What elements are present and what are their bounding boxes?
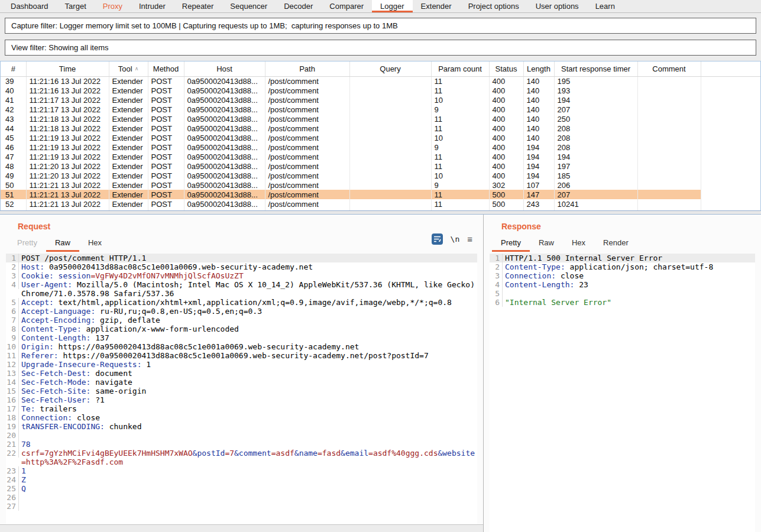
log-cell: 42 bbox=[1, 105, 26, 114]
menu-item-logger[interactable]: Logger bbox=[372, 0, 412, 12]
log-cell: 500 bbox=[489, 199, 523, 209]
word-wrap-icon[interactable] bbox=[432, 233, 443, 245]
request-line-content: Z bbox=[19, 475, 477, 484]
menu-item-repeater[interactable]: Repeater bbox=[174, 0, 222, 12]
column-header-query[interactable]: Query bbox=[349, 61, 431, 76]
log-cell: 140 bbox=[523, 124, 554, 133]
log-cell bbox=[701, 105, 760, 114]
request-line-1: 1POST /post/comment HTTP/1.1 bbox=[6, 254, 477, 262]
logger-table: #TimeTool∧MethodHostPathQueryParam count… bbox=[1, 61, 761, 211]
log-cell: 400 bbox=[489, 86, 523, 95]
log-row-42[interactable]: 4211:21:17 13 Jul 2022ExtenderPOST0a9500… bbox=[1, 105, 760, 114]
log-cell: 0a9500020413d88... bbox=[184, 152, 265, 161]
column-header-blank[interactable]: # bbox=[1, 61, 26, 76]
column-header-method[interactable]: Method bbox=[148, 61, 184, 76]
log-cell: 0a9500020413d88... bbox=[184, 86, 265, 95]
menu-item-dashboard[interactable]: Dashboard bbox=[2, 0, 57, 12]
request-line-9: 9Content-Length: 137 bbox=[6, 333, 477, 342]
log-row-47[interactable]: 4711:21:19 13 Jul 2022ExtenderPOST0a9500… bbox=[1, 152, 760, 161]
log-cell: /post/comment bbox=[265, 199, 349, 209]
log-row-39[interactable]: 3911:21:16 13 Jul 2022ExtenderPOST0a9500… bbox=[1, 76, 760, 86]
request-line-content: Sec-Fetch-Mode: navigate bbox=[19, 378, 477, 387]
log-row-49[interactable]: 4911:21:20 13 Jul 2022ExtenderPOST0a9500… bbox=[1, 171, 760, 180]
log-cell: 197 bbox=[554, 161, 637, 171]
request-line-content: Cookie: session=VgFWy4D2vMfON7vMNMhjQlSc… bbox=[19, 271, 477, 280]
menu-item-decoder[interactable]: Decoder bbox=[276, 0, 321, 12]
capture-filter-bar[interactable]: Capture filter: Logger memory limit set … bbox=[5, 18, 756, 34]
log-cell: 11:21:16 13 Jul 2022 bbox=[26, 86, 109, 95]
line-number: 22 bbox=[6, 449, 19, 458]
log-cell: 0a9500020413d88... bbox=[184, 161, 265, 171]
log-cell: POST bbox=[148, 199, 184, 209]
column-header-status[interactable]: Status bbox=[489, 61, 523, 76]
log-cell bbox=[701, 161, 760, 171]
menu-item-learn[interactable]: Learn bbox=[587, 0, 623, 12]
request-editor-scrollbar[interactable] bbox=[0, 524, 483, 532]
request-line-6: 6Accept-Language: ru-RU,ru;q=0.8,en-US;q… bbox=[6, 307, 477, 316]
log-cell bbox=[349, 105, 431, 114]
menu-icon[interactable]: ≡ bbox=[467, 235, 472, 244]
log-cell bbox=[637, 86, 701, 95]
log-row-48[interactable]: 4811:21:20 13 Jul 2022ExtenderPOST0a9500… bbox=[1, 161, 760, 171]
log-cell: 400 bbox=[489, 133, 523, 142]
request-line-11: 11Referer: https://0a9500020413d88ac08c5… bbox=[6, 351, 477, 360]
log-cell: 11 bbox=[431, 76, 489, 86]
log-cell: 11 bbox=[431, 161, 489, 171]
request-tab-raw[interactable]: Raw bbox=[46, 237, 79, 252]
line-number: 3 bbox=[6, 271, 19, 280]
response-tab-pretty[interactable]: Pretty bbox=[492, 237, 530, 252]
log-row-51[interactable]: 5111:21:21 13 Jul 2022ExtenderPOST0a9500… bbox=[1, 190, 760, 199]
log-cell: 11:21:21 13 Jul 2022 bbox=[26, 190, 109, 199]
log-cell: POST bbox=[148, 161, 184, 171]
log-row-45[interactable]: 4511:21:19 13 Jul 2022ExtenderPOST0a9500… bbox=[1, 133, 760, 142]
request-line-21: 2178 bbox=[6, 440, 477, 449]
request-line-content: Accept: text/html,application/xhtml+xml,… bbox=[19, 298, 477, 307]
log-cell: 0a9500020413d88... bbox=[184, 95, 265, 105]
column-header-length[interactable]: Length bbox=[523, 61, 554, 76]
menu-item-proxy[interactable]: Proxy bbox=[95, 0, 131, 12]
menu-item-comparer[interactable]: Comparer bbox=[321, 0, 372, 12]
request-line-content: csrf=7gYzhMCiFvi4gBEyUEEk7HmHSHM7xWAO&po… bbox=[19, 449, 477, 466]
log-row-50[interactable]: 5011:21:21 13 Jul 2022ExtenderPOST0a9500… bbox=[1, 180, 760, 190]
menu-item-extender[interactable]: Extender bbox=[413, 0, 460, 12]
log-cell bbox=[349, 161, 431, 171]
response-editor[interactable]: 1HTTP/1.1 500 Internal Server Error2Cont… bbox=[490, 254, 755, 532]
response-tab-render[interactable]: Render bbox=[594, 237, 637, 252]
log-cell: 400 bbox=[489, 95, 523, 105]
log-cell: 11:21:19 13 Jul 2022 bbox=[26, 133, 109, 142]
response-tab-raw[interactable]: Raw bbox=[530, 237, 563, 252]
response-tab-hex[interactable]: Hex bbox=[563, 237, 594, 252]
menu-item-target[interactable]: Target bbox=[57, 0, 95, 12]
log-row-41[interactable]: 4111:21:17 13 Jul 2022ExtenderPOST0a9500… bbox=[1, 95, 760, 105]
response-line-content bbox=[503, 289, 505, 298]
log-cell: 11:21:16 13 Jul 2022 bbox=[26, 76, 109, 86]
log-cell bbox=[637, 105, 701, 114]
column-header-param-count[interactable]: Param count bbox=[431, 61, 489, 76]
column-header-tool[interactable]: Tool∧ bbox=[109, 61, 148, 76]
line-number: 1 bbox=[6, 254, 19, 262]
log-row-44[interactable]: 4411:21:18 13 Jul 2022ExtenderPOST0a9500… bbox=[1, 124, 760, 133]
column-header-host[interactable]: Host bbox=[184, 61, 265, 76]
menu-item-user-options[interactable]: User options bbox=[527, 0, 587, 12]
request-tab-pretty[interactable]: Pretty bbox=[8, 237, 46, 252]
column-header-blank[interactable] bbox=[701, 61, 760, 76]
newline-icon[interactable]: \n bbox=[451, 235, 460, 244]
request-editor[interactable]: 1POST /post/comment HTTP/1.12Host: 0a950… bbox=[6, 254, 477, 527]
column-header-path[interactable]: Path bbox=[265, 61, 349, 76]
log-cell: 0a9500020413d88... bbox=[184, 171, 265, 180]
log-cell bbox=[349, 171, 431, 180]
view-filter-bar[interactable]: View filter: Showing all items bbox=[5, 40, 756, 56]
log-row-43[interactable]: 4311:21:18 13 Jul 2022ExtenderPOST0a9500… bbox=[1, 114, 760, 124]
menu-item-project-options[interactable]: Project options bbox=[460, 0, 527, 12]
log-cell: Extender bbox=[109, 171, 148, 180]
request-tab-hex[interactable]: Hex bbox=[79, 237, 111, 252]
log-row-46[interactable]: 4611:21:19 13 Jul 2022ExtenderPOST0a9500… bbox=[1, 142, 760, 152]
menu-item-intruder[interactable]: Intruder bbox=[131, 0, 174, 12]
menu-item-sequencer[interactable]: Sequencer bbox=[222, 0, 276, 12]
request-editor-toolbar: \n ≡ bbox=[432, 233, 472, 245]
column-header-time[interactable]: Time bbox=[26, 61, 109, 76]
log-row-40[interactable]: 4011:21:16 13 Jul 2022ExtenderPOST0a9500… bbox=[1, 86, 760, 95]
column-header-comment[interactable]: Comment bbox=[637, 61, 701, 76]
log-row-52[interactable]: 5211:21:21 13 Jul 2022ExtenderPOST0a9500… bbox=[1, 199, 760, 209]
column-header-start-response-timer[interactable]: Start response timer bbox=[554, 61, 637, 76]
